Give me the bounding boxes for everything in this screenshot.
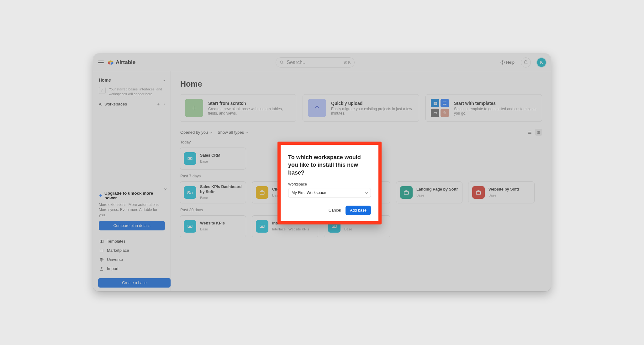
modal-annotation: To which workspace would you like to ins… [277, 142, 382, 224]
app-window: Airtable Search... ⌘ K Help K Home [93, 54, 551, 291]
workspace-select[interactable]: My First Workspace [288, 188, 371, 197]
chevron-down-icon [365, 191, 367, 195]
modal-title: To which workspace would you like to ins… [288, 154, 371, 176]
workspace-field-label: Workspace [288, 182, 371, 186]
cancel-button[interactable]: Cancel [329, 208, 341, 213]
workspace-selected-value: My First Workspace [292, 191, 326, 195]
add-base-button[interactable]: Add base [346, 206, 371, 215]
install-base-modal: To which workspace would you like to ins… [281, 145, 378, 221]
